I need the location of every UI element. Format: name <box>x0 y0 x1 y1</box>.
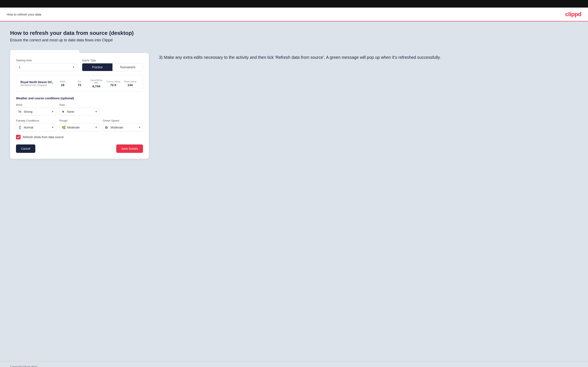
rough-label: Rough <box>60 119 100 122</box>
par-label: Par <box>71 80 88 83</box>
game-type-group: Game Type Practice Tournament <box>82 59 143 71</box>
content-area: Starting Hole 1 10 ▼ Game Type Practi <box>10 50 578 159</box>
rain-label: Rain <box>60 103 100 107</box>
course-name: Royal North Devon GC, <box>20 80 54 84</box>
top-bar <box>0 0 588 8</box>
refresh-checkbox[interactable] <box>16 135 21 139</box>
slope-rating-label: Slope rating <box>122 80 138 83</box>
rain-group: Rain ☀ None Light Heavy ▼ <box>60 103 100 116</box>
game-type-label: Game Type <box>82 59 143 62</box>
starting-hole-select[interactable]: 1 10 <box>16 63 77 71</box>
page-subheading: Ensure the correct and most up to date d… <box>10 38 578 42</box>
rough-select-wrapper: 🌿 Moderate Light Heavy ▼ <box>60 124 100 131</box>
refresh-label: Refresh shots from data source <box>23 135 64 139</box>
course-location: Westward Ho!, England <box>20 84 54 87</box>
rough-group: Rough 🌿 Moderate Light Heavy ▼ <box>60 119 100 131</box>
yards-stat: Yards/White (M)) 6,744 <box>88 79 105 88</box>
conditions-title: Weather and course conditions (optional) <box>16 97 143 100</box>
save-button[interactable]: Save Details <box>116 144 143 153</box>
holes-stat: Holes 18 <box>54 80 71 87</box>
placeholder-group <box>103 103 143 116</box>
conditions-row-2: Fairway Conditions 🏌 Normal Firm Soft ▼ <box>16 119 143 131</box>
par-stat: Par 72 <box>71 80 88 87</box>
holes-value: 18 <box>54 83 71 87</box>
footer-copyright: Copyright Clippd 2022 <box>10 365 37 367</box>
rough-select[interactable]: Moderate Light Heavy <box>60 124 100 131</box>
wind-select[interactable]: Strong Light None <box>16 108 56 116</box>
practice-button[interactable]: Practice <box>82 63 112 71</box>
fairway-select[interactable]: Normal Firm Soft <box>16 124 56 131</box>
slope-rating-value: 134 <box>122 83 138 87</box>
green-speed-label: Green Speed <box>103 119 143 122</box>
checkmark-icon <box>17 136 20 139</box>
course-row: Royal North Devon GC, Westward Ho!, Engl… <box>20 79 138 88</box>
logo: clippd <box>565 11 581 18</box>
main-content: How to refresh your data from source (de… <box>0 21 588 361</box>
refresh-checkbox-row: Refresh shots from data source <box>16 135 143 139</box>
wind-label: Wind <box>16 103 56 107</box>
green-speed-select-wrapper: ⚙ Moderate Fast Slow ▼ <box>103 124 143 131</box>
header-title: How to refresh your data <box>7 13 41 16</box>
side-text-content: 3) Make any extra edits necessary to the… <box>159 54 578 60</box>
wind-group: Wind 🌬 Strong Light None ▼ <box>16 103 56 116</box>
course-name-col: Royal North Devon GC, Westward Ho!, Engl… <box>20 80 54 87</box>
wind-rain-row: Wind 🌬 Strong Light None ▼ Rain <box>16 103 143 116</box>
starting-hole-label: Starting Hole <box>16 59 77 62</box>
footer: Copyright Clippd 2022 <box>0 361 588 367</box>
cancel-button[interactable]: Cancel <box>16 144 35 153</box>
side-text: 3) Make any extra edits necessary to the… <box>159 50 578 60</box>
game-type-buttons: Practice Tournament <box>82 63 143 71</box>
green-speed-select[interactable]: Moderate Fast Slow <box>103 124 143 131</box>
fairway-label: Fairway Conditions <box>16 119 56 122</box>
fairway-group: Fairway Conditions 🏌 Normal Firm Soft ▼ <box>16 119 56 131</box>
starting-hole-wrapper: 1 10 ▼ <box>16 63 77 71</box>
tournament-button[interactable]: Tournament <box>112 63 143 71</box>
holes-label: Holes <box>54 80 71 83</box>
fairway-select-wrapper: 🏌 Normal Firm Soft ▼ <box>16 124 56 131</box>
green-speed-group: Green Speed ⚙ Moderate Fast Slow ▼ <box>103 119 143 131</box>
course-rating-stat: Course rating 72.5 <box>105 80 121 87</box>
course-rating-label: Course rating <box>105 80 121 83</box>
course-info: Royal North Devon GC, Westward Ho!, Engl… <box>16 75 143 92</box>
page-heading: How to refresh your data from source (de… <box>10 30 578 36</box>
rain-select-wrapper: ☀ None Light Heavy ▼ <box>60 108 100 116</box>
course-rating-value: 72.5 <box>105 83 121 87</box>
form-card: Starting Hole 1 10 ▼ Game Type Practi <box>10 50 149 159</box>
starting-hole-group: Starting Hole 1 10 ▼ <box>16 59 77 71</box>
slope-rating-stat: Slope rating 134 <box>122 80 138 87</box>
form-row-top: Starting Hole 1 10 ▼ Game Type Practi <box>16 59 143 71</box>
rain-select[interactable]: None Light Heavy <box>60 108 100 116</box>
wind-select-wrapper: 🌬 Strong Light None ▼ <box>16 108 56 116</box>
par-value: 72 <box>71 83 88 87</box>
yards-label: Yards/White (M)) <box>88 79 105 84</box>
yards-value: 6,744 <box>88 84 105 88</box>
button-row: Cancel Save Details <box>16 144 143 153</box>
header: How to refresh your data clippd <box>0 8 588 21</box>
